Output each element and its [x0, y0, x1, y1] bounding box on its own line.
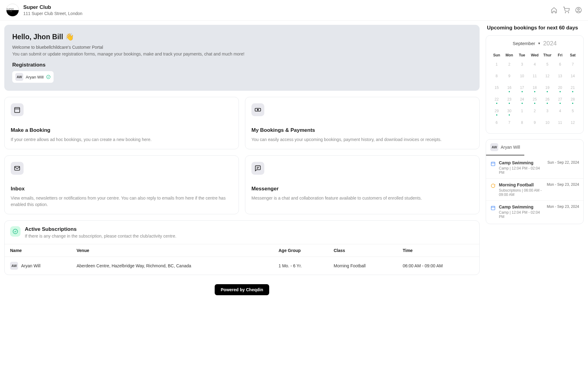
calendar-day[interactable]: 23 [503, 94, 515, 106]
card-make-booking[interactable]: Make a Booking If your centre allows ad … [4, 97, 239, 149]
mail-icon [11, 162, 24, 175]
app-header: SUPER CLUB Super Club 111 Super Club Str… [0, 0, 588, 21]
calendar-day[interactable]: 9 [528, 117, 541, 129]
calendar-day[interactable]: 4 [554, 106, 566, 117]
calendar-day[interactable]: 16 [503, 82, 515, 94]
svg-point-7 [257, 109, 258, 110]
svg-point-1 [568, 12, 569, 13]
subscriptions-panel: Active Subscriptions If there is any cha… [4, 220, 480, 275]
org-name: Super Club [23, 4, 551, 10]
calendar-icon [11, 103, 24, 116]
calendar-day[interactable]: 11 [528, 71, 541, 82]
check-circle-icon [10, 226, 21, 237]
greeting: Hello, Jhon Bill 👋 [12, 33, 472, 41]
calendar-day[interactable]: 7 [503, 117, 515, 129]
calendar-day[interactable]: 6 [490, 117, 503, 129]
calendar-day[interactable]: 20 [554, 82, 566, 94]
calendar-day[interactable]: 13 [554, 71, 566, 82]
calendar-day[interactable]: 7 [567, 59, 579, 71]
cart-icon[interactable] [563, 7, 570, 13]
powered-by-container: Powered by Cheqdin [4, 284, 480, 295]
svg-rect-10 [491, 162, 495, 166]
calendar-day[interactable]: 17 [516, 82, 528, 94]
powered-by-badge[interactable]: Powered by Cheqdin [215, 284, 269, 295]
action-cards-grid: Make a Booking If your centre allows ad … [4, 97, 480, 214]
calendar-day[interactable]: 26 [541, 94, 554, 106]
check-icon [46, 75, 51, 79]
calendar-day[interactable]: 14 [567, 71, 579, 82]
home-icon[interactable] [551, 7, 557, 13]
calendar-header[interactable]: September ▼ 2024 [490, 40, 579, 47]
calendar-day[interactable]: 10 [541, 117, 554, 129]
user-icon[interactable] [575, 7, 582, 13]
calendar-day[interactable]: 18 [528, 82, 541, 94]
card-title: Make a Booking [11, 127, 232, 133]
booking-type-icon [490, 205, 496, 211]
calendar-day[interactable]: 21 [567, 82, 579, 94]
card-desc: If your centre allows ad hoc bookings, y… [11, 136, 232, 143]
org-info: Super Club 111 Super Club Street, London [23, 4, 551, 16]
calendar-day[interactable]: 9 [503, 71, 515, 82]
calendar-day[interactable]: 28 [567, 94, 579, 106]
calendar-day[interactable]: 4 [528, 59, 541, 71]
calendar-day[interactable]: 2 [528, 106, 541, 117]
subscriptions-title: Active Subscriptions [25, 226, 176, 232]
calendar-day[interactable]: 5 [541, 59, 554, 71]
calendar-day[interactable]: 1 [516, 106, 528, 117]
calendar-day[interactable]: 12 [541, 71, 554, 82]
org-logo: SUPER CLUB [6, 4, 19, 17]
calendar-day[interactable]: 2 [503, 59, 515, 71]
calendar-dayhead: Mon [503, 51, 515, 59]
svg-rect-5 [15, 108, 20, 113]
calendar-dayhead: Tue [516, 51, 528, 59]
calendar-dayhead: Fri [554, 51, 566, 59]
calendar-month: September [513, 41, 535, 46]
calendar-day[interactable]: 10 [516, 71, 528, 82]
card-messenger[interactable]: Messenger Messenger is a chat and collab… [245, 155, 480, 214]
calendar-day[interactable]: 22 [490, 94, 503, 106]
welcome-subtext: You can submit or update registration fo… [12, 52, 472, 56]
calendar-day[interactable]: 24 [516, 94, 528, 106]
booking-type-icon [490, 183, 496, 189]
calendar-day[interactable]: 3 [541, 106, 554, 117]
svg-rect-11 [491, 206, 495, 210]
calendar-dayhead: Sat [567, 51, 579, 59]
org-address: 111 Super Club Street, London [23, 11, 551, 16]
calendar-day[interactable]: 8 [516, 117, 528, 129]
calendar-day[interactable]: 25 [528, 94, 541, 106]
booking-title: Camp Swimming [499, 204, 544, 209]
calendar-day[interactable]: 15 [490, 82, 503, 94]
calendar-day[interactable]: 27 [554, 94, 566, 106]
svg-point-4 [47, 75, 50, 79]
hero-panel: Hello, Jhon Bill 👋 Welcome to bluebellch… [4, 25, 480, 91]
calendar-day[interactable]: 5 [567, 106, 579, 117]
calendar-day[interactable]: 19 [541, 82, 554, 94]
calendar-dayhead: Thur [541, 51, 554, 59]
booking-date: Mon - Sep 23, 2024 [547, 204, 579, 209]
card-title: Inbox [11, 186, 232, 192]
calendar-day[interactable]: 3 [516, 59, 528, 71]
registration-chip[interactable]: AW Aryan Will [12, 71, 54, 83]
message-icon [251, 162, 264, 175]
calendar-day[interactable]: 8 [490, 71, 503, 82]
calendar-day[interactable]: 29 [490, 106, 503, 117]
table-row: AW Aryan Will Aberdeen Centre, Hazelbrid… [5, 257, 479, 275]
booking-item[interactable]: Morning FootballSubscriptions | 06:00 AM… [486, 178, 583, 200]
booking-item[interactable]: Camp SwimmingCamp | 12:04 PM - 02:04 PMS… [486, 157, 583, 178]
booking-list: Camp SwimmingCamp | 12:04 PM - 02:04 PMS… [486, 155, 583, 224]
row-time: 06:00 AM - 09:00 AM [397, 257, 479, 275]
card-my-bookings[interactable]: My Bookings & Payments You can easily ac… [245, 97, 480, 149]
calendar-day[interactable]: 6 [554, 59, 566, 71]
booking-date: Mon - Sep 23, 2024 [547, 182, 579, 187]
booking-type-icon [490, 161, 496, 166]
calendar-day[interactable]: 12 [567, 117, 579, 129]
booking-tab[interactable]: AW Aryan Will [486, 139, 524, 155]
card-desc: View emails, newsletters or notification… [11, 195, 232, 208]
calendar-day[interactable]: 1 [490, 59, 503, 71]
calendar-day[interactable]: 30 [503, 106, 515, 117]
card-inbox[interactable]: Inbox View emails, newsletters or notifi… [4, 155, 239, 214]
booking-meta: Subscriptions | 06:00 AM - 09:00 AM [499, 188, 544, 197]
calendar-day[interactable]: 11 [554, 117, 566, 129]
booking-item[interactable]: Camp SwimmingCamp | 12:04 PM - 02:04 PMM… [486, 200, 583, 223]
welcome-text: Welcome to bluebellchildcare's Customer … [12, 45, 472, 50]
